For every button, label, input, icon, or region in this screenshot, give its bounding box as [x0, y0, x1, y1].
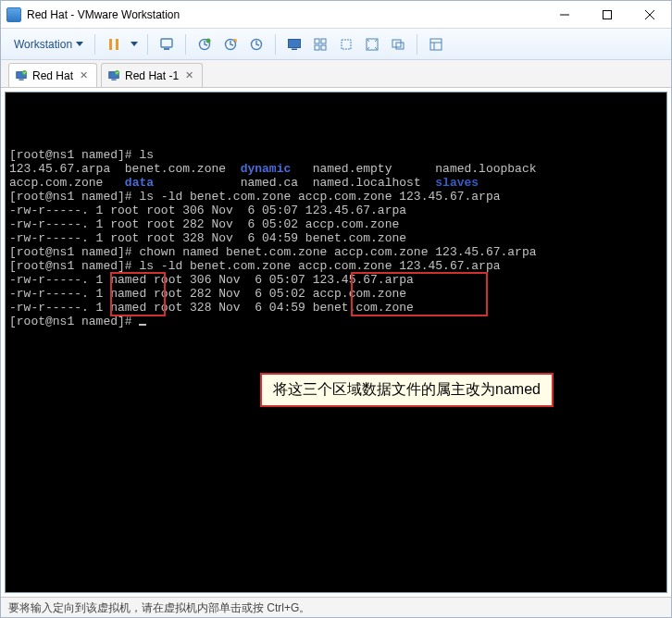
annotation-callout: 将这三个区域数据文件的属主改为named	[260, 373, 554, 407]
window-controls	[543, 1, 671, 29]
fullscreen-button[interactable]	[361, 33, 383, 56]
terminal-line: [root@ns1 named]# ls -ld benet.com.zone …	[9, 190, 663, 204]
svg-rect-6	[161, 39, 172, 47]
terminal-text: 123.45.67.arpa benet.com.zone	[9, 162, 241, 176]
svg-rect-21	[396, 43, 404, 49]
status-text: 要将输入定向到该虚拟机，请在虚拟机内部单击或按 Ctrl+G。	[8, 600, 310, 616]
separator	[185, 34, 186, 55]
terminal-line: -rw-r-----. 1 root root 328 Nov 6 04:59 …	[9, 231, 663, 245]
vm-content: [root@ns1 named]# ls123.45.67.arpa benet…	[1, 88, 671, 597]
terminal-text: -rw-r-----. 1 named root 282 Nov 6 05:02…	[9, 287, 406, 301]
minimize-button[interactable]	[543, 1, 586, 29]
svg-rect-29	[111, 79, 116, 80]
terminal-text: [root@ns1 named]# ls	[9, 148, 154, 162]
separator	[147, 34, 148, 55]
terminal-text: -rw-r-----. 1 named root 328 Nov 6 04:59…	[9, 301, 414, 315]
terminal-line: [root@ns1 named]# ls -ld benet.com.zone …	[9, 259, 663, 273]
window-title: Red Hat - VMware Workstation	[27, 8, 543, 21]
library-button[interactable]	[425, 33, 447, 56]
terminal-line: [root@ns1 named]# ls	[9, 148, 663, 162]
chevron-down-icon	[76, 42, 83, 46]
terminal-text: -rw-r-----. 1 named root 306 Nov 6 05:07…	[9, 273, 414, 287]
stretch-guest-button[interactable]	[335, 33, 357, 56]
svg-rect-7	[164, 48, 169, 50]
tab-label: Red Hat -1	[125, 69, 179, 82]
tab-redhat[interactable]: Red Hat ✕	[8, 63, 97, 87]
terminal-line: accp.com.zone data named.ca named.localh…	[9, 176, 663, 190]
terminal-text: [root@ns1 named]# ls -ld benet.com.zone …	[9, 259, 501, 273]
svg-rect-14	[315, 39, 319, 43]
terminal-line: -rw-r-----. 1 named root 328 Nov 6 04:59…	[9, 301, 663, 315]
terminal-line: -rw-r-----. 1 root root 306 Nov 6 05:07 …	[9, 204, 663, 217]
terminal-line: -rw-r-----. 1 root root 282 Nov 6 05:02 …	[9, 217, 663, 231]
svg-rect-1	[604, 10, 612, 19]
toolbar: Workstation	[1, 29, 671, 60]
tab-close-button[interactable]: ✕	[183, 70, 194, 81]
show-console-button[interactable]	[283, 33, 305, 56]
workstation-menu-label: Workstation	[14, 38, 72, 51]
tabs-bar: Red Hat ✕ Red Hat -1 ✕	[1, 60, 671, 88]
terminal-text: slaves	[435, 176, 479, 190]
separator	[275, 34, 276, 55]
terminal-text: [root@ns1 named]#	[9, 315, 139, 328]
svg-rect-17	[321, 45, 326, 50]
terminal-text: [root@ns1 named]# chown named benet.com.…	[9, 245, 537, 259]
app-icon	[6, 7, 21, 22]
terminal-text: accp.com.zone	[9, 176, 125, 190]
terminal-line: [root@ns1 named]# chown named benet.com.…	[9, 245, 663, 259]
cursor	[139, 324, 146, 326]
vm-icon	[107, 69, 120, 82]
snapshot-revert-button[interactable]	[219, 33, 242, 56]
svg-rect-22	[430, 39, 442, 50]
close-button[interactable]	[628, 1, 671, 29]
snapshot-manager-button[interactable]	[245, 33, 268, 56]
terminal-line: 123.45.67.arpa benet.com.zone dynamic na…	[9, 162, 663, 176]
terminal-text: named.empty named.loopback	[291, 162, 536, 176]
terminal-text: -rw-r-----. 1 root root 306 Nov 6 05:07 …	[9, 204, 406, 217]
unity-button[interactable]	[387, 33, 409, 56]
svg-rect-12	[289, 39, 301, 47]
maximize-button[interactable]	[586, 1, 628, 29]
terminal-text: -rw-r-----. 1 root root 282 Nov 6 05:02 …	[9, 217, 399, 231]
thumbnail-view-button[interactable]	[309, 33, 331, 56]
separator	[94, 34, 95, 55]
separator	[417, 34, 417, 55]
status-bar: 要将输入定向到该虚拟机，请在虚拟机内部单击或按 Ctrl+G。	[1, 597, 671, 618]
svg-rect-5	[116, 39, 118, 50]
chevron-down-icon	[131, 42, 138, 46]
svg-rect-26	[19, 79, 23, 80]
svg-rect-16	[315, 45, 319, 50]
tab-label: Red Hat	[32, 69, 73, 82]
terminal-line: [root@ns1 named]#	[9, 315, 663, 328]
pause-dropdown[interactable]	[129, 33, 140, 56]
tab-close-button[interactable]: ✕	[78, 70, 89, 81]
terminal-text: data	[125, 176, 154, 190]
tab-redhat-1[interactable]: Red Hat -1 ✕	[101, 63, 203, 87]
svg-rect-13	[292, 48, 297, 50]
terminal-text: -rw-r-----. 1 root root 328 Nov 6 04:59 …	[9, 231, 406, 245]
terminal[interactable]: [root@ns1 named]# ls123.45.67.arpa benet…	[5, 92, 667, 593]
terminal-text: named.ca named.localhost	[154, 176, 435, 190]
titlebar: Red Hat - VMware Workstation	[1, 1, 671, 29]
terminal-line: -rw-r-----. 1 named root 306 Nov 6 05:07…	[9, 273, 663, 287]
pause-button[interactable]	[103, 33, 125, 56]
terminal-text: [root@ns1 named]# ls -ld benet.com.zone …	[9, 190, 501, 204]
svg-rect-18	[342, 40, 351, 49]
svg-rect-15	[321, 39, 326, 43]
send-ctrl-alt-del-button[interactable]	[156, 33, 178, 56]
svg-point-9	[206, 38, 211, 43]
workstation-menu[interactable]: Workstation	[8, 34, 89, 55]
svg-rect-4	[109, 39, 112, 50]
terminal-text: dynamic	[241, 162, 292, 176]
terminal-line: -rw-r-----. 1 named root 282 Nov 6 05:02…	[9, 287, 663, 301]
vm-icon	[15, 69, 28, 82]
snapshot-take-button[interactable]	[193, 33, 216, 56]
